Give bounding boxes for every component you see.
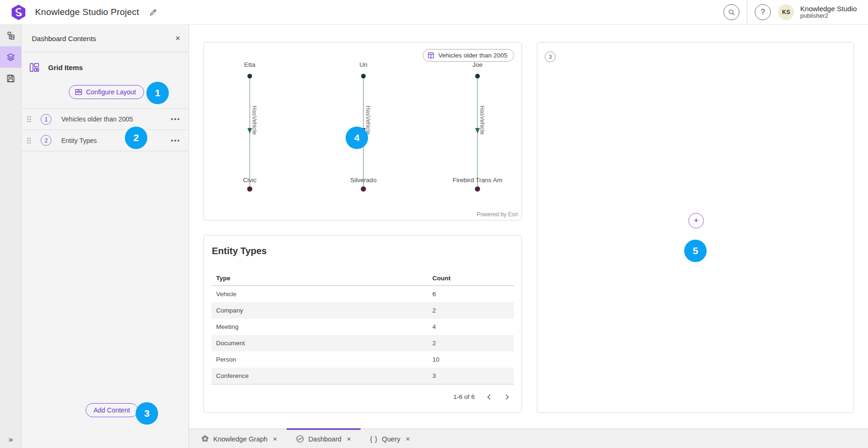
cell-type: Person bbox=[211, 356, 428, 363]
column-header-type: Type bbox=[211, 275, 428, 282]
search-icon bbox=[728, 9, 735, 16]
list-item-label: Vehicles older than 2005 bbox=[61, 115, 133, 123]
app-header: Knowledge Studio Project ? KS Knowledge … bbox=[0, 0, 868, 25]
close-tab-icon[interactable]: ✕ bbox=[405, 436, 410, 442]
cell-count: 10 bbox=[428, 356, 514, 363]
search-button[interactable] bbox=[723, 4, 739, 20]
cell-type: Meeting bbox=[211, 323, 428, 330]
grid-items-section: Grid Items bbox=[29, 62, 188, 73]
annotation-badge-1: 1 bbox=[146, 82, 169, 104]
column-header-count: Count bbox=[428, 275, 514, 282]
annotation-badge-4: 4 bbox=[346, 127, 368, 149]
drag-handle-icon[interactable] bbox=[26, 115, 32, 123]
previous-page-icon[interactable] bbox=[486, 394, 492, 400]
tab-knowledge-graph[interactable]: Knowledge Graph ✕ bbox=[192, 428, 287, 448]
section-title: Grid Items bbox=[48, 64, 83, 71]
tab-label: Query bbox=[382, 435, 400, 443]
help-icon: ? bbox=[761, 8, 765, 16]
close-tab-icon[interactable]: ✕ bbox=[273, 436, 277, 442]
cell-count: 2 bbox=[428, 340, 514, 347]
configure-layout-label: Configure Layout bbox=[86, 88, 136, 96]
user-name: Knowledge Studio bbox=[800, 5, 857, 13]
card-title: Entity Types bbox=[212, 246, 521, 256]
table-row[interactable]: Meeting 4 bbox=[211, 319, 514, 335]
drag-handle-icon[interactable] bbox=[26, 137, 32, 144]
header-actions: ? KS Knowledge Studio publisher2 bbox=[723, 0, 868, 25]
cell-count: 3 bbox=[428, 372, 514, 379]
save-icon bbox=[7, 74, 15, 83]
help-button[interactable]: ? bbox=[755, 4, 771, 20]
annotation-badge-5: 5 bbox=[684, 240, 707, 262]
list-item-entity-types[interactable]: 2 Entity Types ••• bbox=[22, 130, 188, 151]
edit-title-icon[interactable] bbox=[149, 8, 157, 16]
graph-node-person[interactable] bbox=[475, 74, 480, 78]
user-info[interactable]: Knowledge Studio publisher2 bbox=[800, 5, 857, 20]
close-panel-icon[interactable]: ✕ bbox=[175, 35, 181, 42]
app-window: Knowledge Studio Project ? KS Knowledge … bbox=[0, 0, 868, 448]
cell-type: Company bbox=[211, 307, 428, 314]
cell-count: 2 bbox=[428, 307, 514, 314]
entity-types-card: Entity Types Type Count Vehicle 6 Compan… bbox=[203, 235, 522, 413]
rail-item-save[interactable] bbox=[0, 68, 22, 89]
layers-icon bbox=[6, 52, 15, 62]
pagination: 1-6 of 6 bbox=[453, 393, 510, 400]
table-row[interactable]: Vehicle 6 bbox=[211, 286, 514, 302]
graph-node-vehicle[interactable] bbox=[247, 186, 253, 192]
list-item-vehicles[interactable]: 1 Vehicles older than 2005 ••• bbox=[22, 108, 188, 130]
next-page-icon[interactable] bbox=[504, 394, 510, 400]
item-options-icon[interactable]: ••• bbox=[171, 115, 181, 123]
graph-edge-label: HasVehicle bbox=[479, 106, 485, 162]
esri-attribution: Powered by Esri bbox=[477, 211, 518, 218]
entity-types-table: Type Count Vehicle 6 Company 2 Meeting 4… bbox=[211, 270, 514, 384]
annotation-badge-2: 2 bbox=[125, 127, 147, 149]
graph-node-vehicle[interactable] bbox=[475, 186, 480, 192]
graph-edge-label: HasVehicle bbox=[251, 106, 258, 162]
graph-node-vehicle[interactable] bbox=[361, 186, 366, 192]
knowledge-graph-icon bbox=[201, 435, 209, 443]
app-logo-icon bbox=[11, 5, 26, 20]
graph-node-label[interactable]: Etta bbox=[244, 61, 255, 68]
dashboard-gauge-icon bbox=[296, 435, 304, 443]
grid-items-list: 1 Vehicles older than 2005 ••• 2 Entity … bbox=[22, 108, 188, 151]
table-row[interactable]: Conference 3 bbox=[211, 368, 514, 384]
header-divider bbox=[747, 0, 747, 25]
cell-count: 4 bbox=[428, 323, 514, 330]
rail-item-hierarchy[interactable] bbox=[0, 25, 22, 46]
graph-node-label[interactable]: Silverado bbox=[350, 177, 376, 184]
annotation-badge-3: 3 bbox=[136, 402, 158, 425]
graph-node-label[interactable]: Civic bbox=[243, 177, 256, 184]
graph-node-person[interactable] bbox=[361, 74, 366, 78]
table-row[interactable]: Company 2 bbox=[211, 302, 514, 319]
tab-label: Dashboard bbox=[308, 435, 341, 443]
item-options-icon[interactable]: ••• bbox=[171, 137, 181, 144]
expand-panel-button[interactable]: » bbox=[0, 435, 22, 444]
hierarchy-icon bbox=[7, 31, 15, 40]
user-role: publisher2 bbox=[800, 13, 857, 20]
item-number-badge: 1 bbox=[41, 114, 51, 125]
panel-header: Dashboard Contents ✕ bbox=[22, 25, 188, 52]
graph-node-person[interactable] bbox=[247, 74, 252, 78]
chip-label: Vehicles older than 2005 bbox=[438, 52, 507, 59]
empty-grid-cell-card: 3 + bbox=[537, 42, 854, 413]
tab-label: Knowledge Graph bbox=[213, 435, 268, 443]
pagination-range-label: 1-6 of 6 bbox=[453, 393, 475, 400]
graph-node-label[interactable]: Uri bbox=[359, 61, 367, 68]
add-content-button[interactable]: Add Content bbox=[86, 403, 138, 417]
tab-query[interactable]: { } Query ✕ bbox=[361, 428, 420, 448]
table-header-row: Type Count bbox=[211, 270, 514, 286]
close-tab-icon[interactable]: ✕ bbox=[347, 436, 351, 442]
table-row[interactable]: Document 2 bbox=[211, 335, 514, 351]
report-icon bbox=[427, 52, 434, 59]
graph-node-label[interactable]: Joe bbox=[472, 61, 483, 68]
table-row[interactable]: Person 10 bbox=[211, 351, 514, 368]
rail-item-layers[interactable] bbox=[0, 46, 22, 68]
cell-type: Vehicle bbox=[211, 291, 428, 298]
avatar[interactable]: KS bbox=[778, 4, 794, 20]
tab-dashboard[interactable]: Dashboard ✕ bbox=[287, 428, 361, 448]
configure-layout-button[interactable]: Configure Layout bbox=[69, 85, 144, 99]
graph-source-chip[interactable]: Vehicles older than 2005 bbox=[423, 49, 514, 62]
graph-node-label[interactable]: Firebird Trans Am bbox=[453, 177, 503, 184]
list-item-label: Entity Types bbox=[61, 137, 97, 144]
add-widget-button[interactable]: + bbox=[688, 213, 704, 228]
cell-type: Document bbox=[211, 340, 428, 347]
